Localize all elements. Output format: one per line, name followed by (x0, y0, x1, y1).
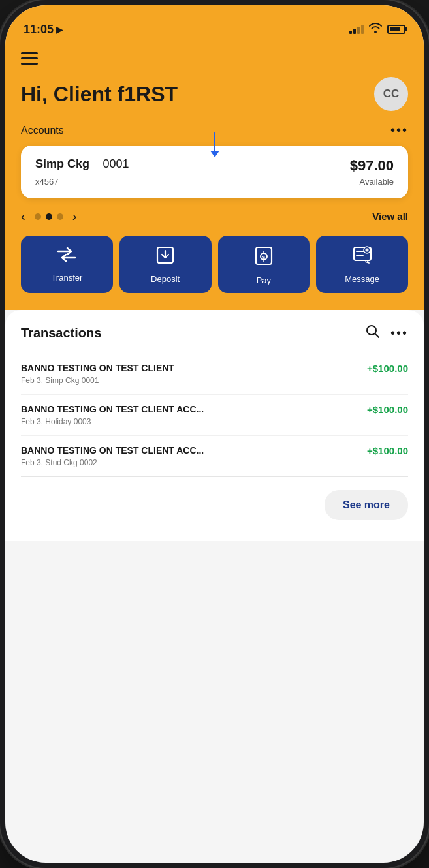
svg-rect-1 (21, 57, 38, 59)
accounts-more-button[interactable]: ••• (390, 123, 408, 138)
transfer-icon (57, 246, 76, 268)
card-account-sub: x4567 (35, 177, 58, 187)
pay-label: Pay (257, 275, 271, 285)
card-amount: $97.00 (350, 157, 394, 174)
card-top-row: Simp Ckg 0001 $97.00 (35, 157, 394, 174)
message-label: Message (345, 274, 379, 284)
transfer-label: Transfer (51, 273, 82, 283)
transfer-button[interactable]: Transfer (21, 236, 113, 293)
svg-rect-2 (21, 63, 38, 65)
transaction-amount: +$100.00 (367, 445, 408, 456)
carousel-row: ‹ › View all (21, 209, 408, 224)
message-button[interactable]: Message (316, 236, 408, 293)
transaction-sub: Feb 3, Stud Ckg 0002 (21, 458, 408, 467)
transaction-amount: +$100.00 (367, 363, 408, 374)
card-arrow-indicator (210, 132, 219, 157)
menu-button[interactable] (21, 52, 408, 68)
transactions-header: Transactions ••• (21, 324, 408, 342)
transaction-item[interactable]: BANNO TESTING ON TEST CLIENT ACC... +$10… (21, 436, 408, 477)
view-all-button[interactable]: View all (372, 211, 408, 222)
account-card[interactable]: Simp Ckg 0001 $97.00 x4567 Available (21, 146, 408, 198)
deposit-label: Deposit (151, 274, 180, 284)
message-icon (353, 246, 372, 269)
carousel-dot-1 (35, 213, 41, 220)
carousel-nav: ‹ › (21, 209, 76, 224)
header-area: Hi, Client f1RST CC Accounts ••• (5, 44, 424, 310)
card-name: Simp Ckg (35, 157, 89, 170)
action-buttons: Transfer Deposit (21, 236, 408, 293)
transaction-top: BANNO TESTING ON TEST CLIENT ACC... +$10… (21, 445, 408, 456)
search-button[interactable] (366, 324, 380, 342)
transaction-top: BANNO TESTING ON TEST CLIENT ACC... +$10… (21, 404, 408, 415)
carousel-dots (35, 213, 63, 220)
card-available-label: Available (359, 177, 394, 187)
time-display: 11:05 (24, 23, 54, 37)
transaction-name: BANNO TESTING ON TEST CLIENT (21, 363, 174, 373)
carousel-next-button[interactable]: › (72, 209, 77, 224)
transaction-name: BANNO TESTING ON TEST CLIENT ACC... (21, 404, 204, 414)
transaction-item[interactable]: BANNO TESTING ON TEST CLIENT +$100.00 Fe… (21, 354, 408, 395)
transaction-name: BANNO TESTING ON TEST CLIENT ACC... (21, 445, 204, 456)
carousel-dot-3 (57, 213, 63, 220)
transactions-more-button[interactable]: ••• (390, 326, 408, 341)
deposit-button[interactable]: Deposit (119, 236, 212, 293)
transaction-sub: Feb 3, Simp Ckg 0001 (21, 376, 408, 385)
deposit-icon (156, 246, 174, 269)
status-icons (349, 23, 405, 36)
see-more-row: See more (21, 477, 408, 527)
phone-screen: 11:05 ▶ (5, 5, 424, 863)
phone-frame: 11:05 ▶ (0, 0, 429, 868)
status-time: 11:05 ▶ (24, 23, 63, 37)
battery-icon (387, 25, 405, 34)
card-number: 0001 (103, 157, 129, 170)
greeting-row: Hi, Client f1RST CC (21, 77, 408, 111)
transaction-top: BANNO TESTING ON TEST CLIENT +$100.00 (21, 363, 408, 374)
card-amount-col: $97.00 (350, 157, 394, 174)
carousel-prev-button[interactable]: ‹ (21, 209, 25, 224)
carousel-dot-2 (46, 213, 52, 220)
pay-button[interactable]: $ Pay (218, 236, 310, 293)
accounts-label: Accounts (21, 125, 64, 136)
wifi-icon (369, 23, 382, 36)
avatar[interactable]: CC (374, 77, 408, 111)
transactions-title: Transactions (21, 326, 101, 341)
card-name-number: Simp Ckg 0001 (35, 157, 129, 171)
see-more-button[interactable]: See more (325, 490, 408, 520)
status-bar: 11:05 ▶ (5, 5, 424, 44)
transactions-area: Transactions ••• BANNO TESTING ON TEST C… (5, 310, 424, 541)
greeting-text: Hi, Client f1RST (21, 82, 178, 106)
svg-text:$: $ (262, 255, 266, 260)
pay-icon: $ (255, 246, 273, 270)
svg-rect-0 (21, 52, 38, 54)
signal-icon (349, 25, 364, 34)
transaction-amount: +$100.00 (367, 404, 408, 415)
transaction-item[interactable]: BANNO TESTING ON TEST CLIENT ACC... +$10… (21, 395, 408, 436)
location-icon: ▶ (56, 25, 63, 35)
transactions-actions: ••• (366, 324, 408, 342)
transaction-sub: Feb 3, Holiday 0003 (21, 417, 408, 426)
avatar-initials: CC (383, 87, 400, 101)
card-bottom-row: x4567 Available (35, 174, 394, 187)
